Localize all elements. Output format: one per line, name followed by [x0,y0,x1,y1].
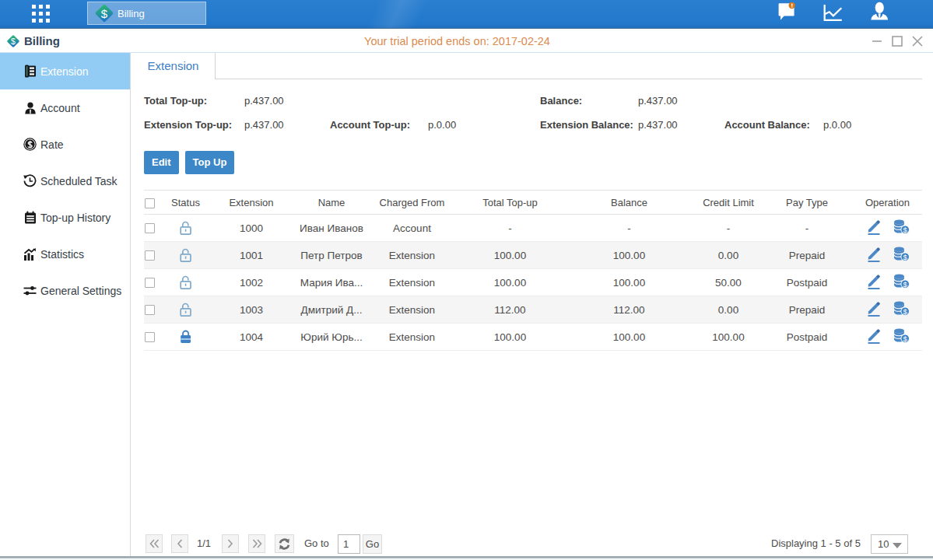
svg-text:$: $ [903,253,907,261]
svg-text:$: $ [903,226,907,234]
svg-text:$: $ [903,307,907,316]
svg-text:$: $ [903,280,907,289]
svg-text:$: $ [903,334,907,343]
